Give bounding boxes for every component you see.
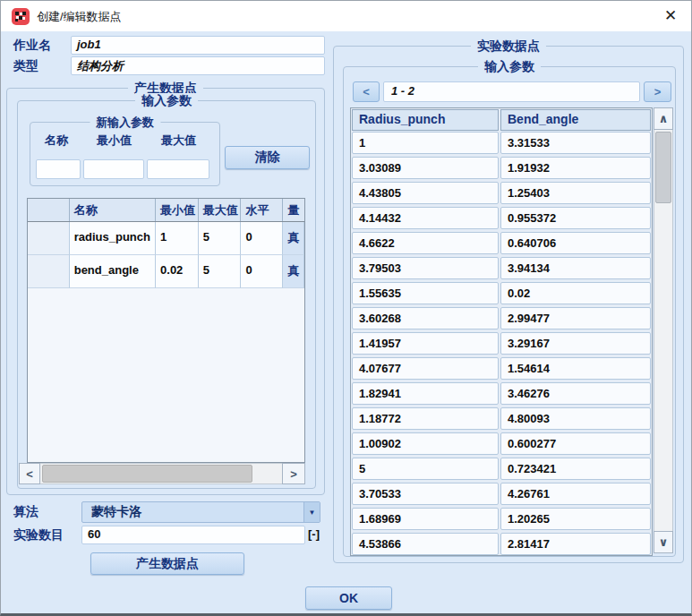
param-cell-sel[interactable] bbox=[28, 222, 70, 255]
data-cell-radius-punch[interactable]: 1.82941 bbox=[352, 382, 499, 405]
data-cell-bend-angle[interactable]: 1.91932 bbox=[500, 157, 651, 179]
job-name-field[interactable]: job1 bbox=[71, 36, 325, 55]
param-col-extra[interactable]: 量 bbox=[283, 199, 304, 221]
data-table-vscrollbar[interactable]: ∧ ∨ bbox=[654, 107, 673, 553]
app-logo-icon bbox=[12, 8, 30, 25]
param-col-max[interactable]: 最大值 bbox=[199, 199, 242, 221]
hscroll-track[interactable] bbox=[40, 463, 282, 484]
data-cell-radius-punch[interactable]: 1.68969 bbox=[352, 508, 499, 530]
param-cell-flag[interactable]: 真 bbox=[283, 255, 304, 288]
param-cell-lvl[interactable]: 0 bbox=[241, 255, 283, 288]
data-row[interactable]: 1.419573.29167 bbox=[351, 331, 652, 356]
data-row[interactable]: 3.030891.91932 bbox=[351, 156, 652, 181]
param-row[interactable]: bend_angle0.0250真 bbox=[28, 255, 304, 288]
data-cell-radius-punch[interactable]: 1.18772 bbox=[352, 407, 499, 430]
data-row[interactable]: 4.438051.25403 bbox=[351, 181, 652, 206]
data-row[interactable]: 3.795033.94134 bbox=[351, 256, 652, 281]
data-cell-bend-angle[interactable]: 2.99477 bbox=[500, 307, 651, 329]
param-cell-name[interactable]: bend_angle bbox=[70, 255, 156, 288]
data-row[interactable]: 1.187724.80093 bbox=[351, 406, 652, 432]
data-cell-bend-angle[interactable]: 1.54614 bbox=[500, 357, 651, 380]
data-cell-bend-angle[interactable]: 1.25403 bbox=[500, 182, 651, 204]
data-cell-bend-angle[interactable]: 0.600277 bbox=[500, 432, 651, 455]
new-param-max-input[interactable] bbox=[147, 159, 209, 179]
generate-button[interactable]: 产生数据点 bbox=[90, 552, 244, 575]
scroll-right-icon[interactable]: > bbox=[282, 463, 305, 484]
data-cell-bend-angle[interactable]: 3.94134 bbox=[500, 257, 651, 279]
data-row[interactable]: 4.076771.54614 bbox=[351, 356, 652, 381]
data-cell-bend-angle[interactable]: 3.29167 bbox=[500, 332, 651, 355]
data-row[interactable]: 1.009020.600277 bbox=[351, 432, 652, 457]
new-param-min-input[interactable] bbox=[83, 159, 144, 179]
page-range-field[interactable]: 1 - 2 bbox=[383, 81, 640, 102]
type-field[interactable]: 结构分析 bbox=[71, 56, 325, 75]
data-cell-bend-angle[interactable]: 4.80093 bbox=[500, 407, 651, 430]
data-cell-radius-punch[interactable]: 3.70533 bbox=[352, 483, 499, 505]
param-col-level[interactable]: 水平 bbox=[241, 199, 283, 221]
data-row[interactable]: 13.31533 bbox=[351, 131, 652, 156]
data-row[interactable]: 4.144320.955372 bbox=[351, 206, 652, 231]
data-cell-radius-punch[interactable]: 4.6622 bbox=[352, 232, 499, 254]
param-cell-sel[interactable] bbox=[28, 255, 70, 288]
hscroll-thumb[interactable] bbox=[42, 465, 252, 483]
data-row[interactable]: 4.66220.640706 bbox=[351, 231, 652, 256]
data-row[interactable]: 50.723421 bbox=[351, 457, 652, 482]
param-col-min[interactable]: 最小值 bbox=[156, 199, 199, 221]
data-cell-bend-angle[interactable]: 4.26761 bbox=[500, 483, 651, 505]
data-cell-radius-punch[interactable]: 1 bbox=[352, 132, 499, 154]
data-cell-bend-angle[interactable]: 3.31533 bbox=[500, 132, 651, 154]
data-cell-radius-punch[interactable]: 4.07677 bbox=[352, 357, 499, 380]
algorithm-select[interactable]: 蒙特卡洛 ▼ bbox=[81, 501, 320, 523]
data-row[interactable]: 1.829413.46276 bbox=[351, 381, 652, 406]
data-cell-bend-angle[interactable]: 0.640706 bbox=[500, 232, 651, 254]
param-cell-lvl[interactable]: 0 bbox=[241, 222, 283, 255]
data-cell-radius-punch[interactable]: 1.41957 bbox=[352, 332, 499, 355]
chevron-down-icon[interactable]: ▼ bbox=[303, 502, 320, 522]
experiments-input[interactable]: 60 bbox=[81, 526, 305, 544]
data-cell-bend-angle[interactable]: 0.955372 bbox=[500, 207, 651, 229]
vscroll-track[interactable] bbox=[654, 130, 673, 531]
data-col-radius-punch[interactable]: Radius_punch bbox=[352, 109, 499, 131]
ok-button[interactable]: OK bbox=[305, 586, 392, 610]
data-col-bend-angle[interactable]: Bend_angle bbox=[500, 109, 651, 131]
scroll-left-icon[interactable]: < bbox=[19, 463, 40, 484]
vscroll-thumb[interactable] bbox=[655, 132, 671, 203]
data-cell-radius-punch[interactable]: 1.00902 bbox=[352, 432, 499, 455]
param-cell-max[interactable]: 5 bbox=[199, 255, 242, 288]
data-cell-radius-punch[interactable]: 4.53866 bbox=[352, 533, 499, 555]
param-cell-name[interactable]: radius_punch bbox=[70, 222, 156, 255]
data-row[interactable]: 1.556350.02 bbox=[351, 281, 652, 306]
data-cell-radius-punch[interactable]: 4.43805 bbox=[352, 182, 499, 204]
new-param-name-input[interactable] bbox=[36, 159, 81, 179]
data-cell-bend-angle[interactable]: 0.723421 bbox=[500, 458, 651, 480]
data-table-header: Radius_punch Bend_angle bbox=[351, 108, 652, 131]
data-row[interactable]: 1.689691.20265 bbox=[351, 507, 652, 532]
data-cell-bend-angle[interactable]: 2.81417 bbox=[500, 533, 651, 555]
data-cell-radius-punch[interactable]: 1.55635 bbox=[352, 282, 499, 304]
param-cell-flag[interactable]: 真 bbox=[283, 222, 304, 255]
experiments-unit: [-] bbox=[308, 527, 320, 541]
param-cell-min[interactable]: 0.02 bbox=[156, 255, 199, 288]
param-row[interactable]: radius_punch150真 bbox=[28, 222, 304, 255]
data-row[interactable]: 4.538662.81417 bbox=[351, 532, 652, 556]
data-cell-radius-punch[interactable]: 3.60268 bbox=[352, 307, 499, 329]
data-cell-radius-punch[interactable]: 4.14432 bbox=[352, 207, 499, 229]
data-cell-bend-angle[interactable]: 1.20265 bbox=[500, 508, 651, 530]
data-row[interactable]: 3.705334.26761 bbox=[351, 482, 652, 507]
scroll-up-icon[interactable]: ∧ bbox=[654, 107, 673, 130]
data-cell-bend-angle[interactable]: 3.46276 bbox=[500, 382, 651, 405]
data-cell-radius-punch[interactable]: 3.03089 bbox=[352, 157, 499, 179]
clear-button[interactable]: 清除 bbox=[225, 146, 310, 169]
data-cell-radius-punch[interactable]: 5 bbox=[352, 458, 499, 480]
param-cell-min[interactable]: 1 bbox=[156, 222, 199, 255]
data-cell-radius-punch[interactable]: 3.79503 bbox=[352, 257, 499, 279]
data-row[interactable]: 3.602682.99477 bbox=[351, 306, 652, 331]
page-prev-icon[interactable]: < bbox=[353, 81, 380, 102]
page-next-icon[interactable]: > bbox=[644, 81, 671, 102]
param-col-name[interactable]: 名称 bbox=[70, 199, 156, 221]
param-table-hscrollbar[interactable]: < > bbox=[19, 463, 305, 484]
scroll-down-icon[interactable]: ∨ bbox=[654, 531, 673, 553]
close-icon[interactable]: ✕ bbox=[659, 4, 682, 28]
param-cell-max[interactable]: 5 bbox=[199, 222, 242, 255]
data-cell-bend-angle[interactable]: 0.02 bbox=[500, 282, 651, 304]
